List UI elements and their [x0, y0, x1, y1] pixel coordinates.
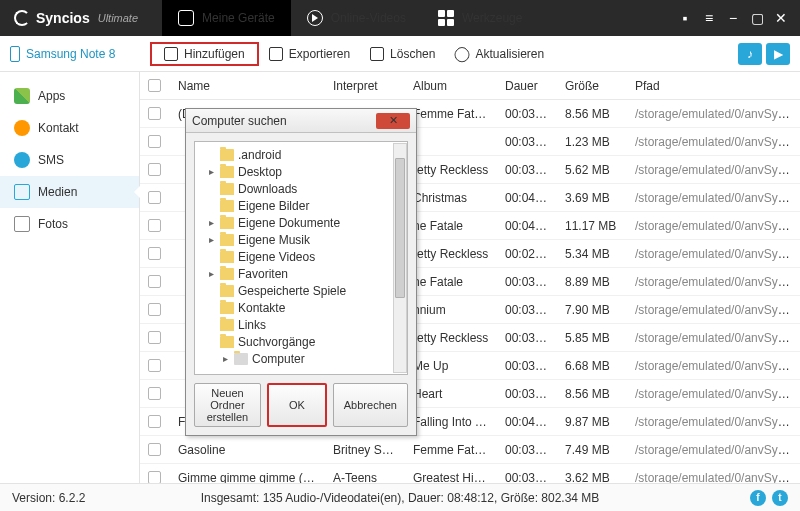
tab-online-videos[interactable]: Online-Videos — [291, 0, 422, 36]
sidebar-item-label: Fotos — [38, 217, 68, 231]
row-checkbox[interactable] — [148, 387, 161, 400]
col-interpret[interactable]: Interpret — [325, 79, 405, 93]
col-dauer[interactable]: Dauer — [497, 79, 557, 93]
expand-icon[interactable]: ▸ — [207, 234, 216, 245]
cell-pfad: /storage/emulated/0/anvSyncDr... — [627, 331, 800, 345]
select-all-checkbox[interactable] — [148, 79, 161, 92]
row-checkbox[interactable] — [148, 331, 161, 344]
music-view-button[interactable]: ♪ — [738, 43, 762, 65]
row-checkbox[interactable] — [148, 303, 161, 316]
folder-icon — [220, 234, 234, 246]
table-row[interactable]: Gimme gimme gimme (a man aft...A-TeensGr… — [140, 464, 800, 483]
row-checkbox[interactable] — [148, 415, 161, 428]
cell-groesse: 8.89 MB — [557, 275, 627, 289]
row-checkbox[interactable] — [148, 443, 161, 456]
main-tabs: Meine Geräte Online-Videos Werkzeuge — [162, 0, 538, 36]
add-label: Hinzufügen — [184, 47, 245, 61]
folder-icon — [220, 183, 234, 195]
tools-icon — [438, 10, 454, 26]
table-row[interactable]: GasolineBritney SpearsFemme Fatale00:03:… — [140, 436, 800, 464]
sidebar: Apps Kontakt SMS Medien Fotos — [0, 72, 140, 483]
cell-interpret: Britney Spears — [325, 443, 405, 457]
row-checkbox[interactable] — [148, 275, 161, 288]
cell-pfad: /storage/emulated/0/anvSyncDr... — [627, 275, 800, 289]
menu-icon[interactable]: ≡ — [702, 11, 716, 25]
row-checkbox[interactable] — [148, 471, 161, 483]
tree-item[interactable]: Kontakte — [199, 299, 403, 316]
maximize-button[interactable]: ▢ — [750, 11, 764, 25]
expand-icon[interactable]: ▸ — [207, 217, 216, 228]
titlebar: Syncios Ultimate Meine Geräte Online-Vid… — [0, 0, 800, 36]
scrollbar-thumb[interactable] — [395, 158, 405, 298]
cell-pfad: /storage/emulated/0/anvSyncDr... — [627, 387, 800, 401]
row-checkbox[interactable] — [148, 219, 161, 232]
expand-icon[interactable]: ▸ — [207, 268, 216, 279]
row-checkbox[interactable] — [148, 359, 161, 372]
device-selector[interactable]: Samsung Note 8 — [10, 46, 140, 62]
feedback-icon[interactable]: ▪ — [678, 11, 692, 25]
tree-item[interactable]: .android — [199, 146, 403, 163]
refresh-icon — [453, 44, 473, 64]
close-button[interactable]: ✕ — [774, 11, 788, 25]
add-button[interactable]: Hinzufügen — [150, 42, 259, 66]
sidebar-item-medien[interactable]: Medien — [0, 176, 139, 208]
status-bar: Version: 6.2.2 Insgesamt: 135 Audio-/Vid… — [0, 483, 800, 511]
sidebar-item-fotos[interactable]: Fotos — [0, 208, 139, 240]
refresh-button[interactable]: Aktualisieren — [445, 42, 554, 66]
row-checkbox[interactable] — [148, 135, 161, 148]
cell-dauer: 00:03:55 — [497, 471, 557, 484]
cell-pfad: /storage/emulated/0/anvSyncDr... — [627, 191, 800, 205]
new-folder-button[interactable]: Neuen Ordner erstellen — [194, 383, 261, 427]
facebook-icon[interactable]: f — [750, 490, 766, 506]
cell-dauer: 00:03:31 — [497, 359, 557, 373]
folder-icon — [220, 319, 234, 331]
tree-scrollbar[interactable] — [393, 143, 407, 373]
cell-dauer: 00:04:18 — [497, 415, 557, 429]
tab-tools[interactable]: Werkzeuge — [422, 0, 538, 36]
cell-dauer: 00:03:45 — [497, 275, 557, 289]
tree-item[interactable]: ▸Eigene Musik — [199, 231, 403, 248]
sidebar-item-label: Medien — [38, 185, 77, 199]
dialog-close-button[interactable]: ✕ — [376, 113, 410, 129]
folder-tree[interactable]: .android▸DesktopDownloadsEigene Bilder▸E… — [194, 141, 408, 375]
minimize-button[interactable]: − — [726, 11, 740, 25]
row-checkbox[interactable] — [148, 107, 161, 120]
cell-groesse: 5.62 MB — [557, 163, 627, 177]
delete-button[interactable]: Löschen — [360, 42, 445, 66]
ok-button[interactable]: OK — [267, 383, 327, 427]
col-pfad[interactable]: Pfad — [627, 79, 800, 93]
expand-icon[interactable]: ▸ — [221, 353, 230, 364]
toolbar: Samsung Note 8 Hinzufügen Exportieren Lö… — [0, 36, 800, 72]
tree-item[interactable]: ▸Favoriten — [199, 265, 403, 282]
tab-my-devices[interactable]: Meine Geräte — [162, 0, 291, 36]
tree-item[interactable]: Eigene Videos — [199, 248, 403, 265]
tree-item[interactable]: Suchvorgänge — [199, 333, 403, 350]
video-view-button[interactable]: ▶ — [766, 43, 790, 65]
dialog-titlebar[interactable]: Computer suchen ✕ — [186, 109, 416, 133]
sidebar-item-sms[interactable]: SMS — [0, 144, 139, 176]
tab-label: Meine Geräte — [202, 11, 275, 25]
export-button[interactable]: Exportieren — [259, 42, 360, 66]
expand-icon[interactable]: ▸ — [207, 166, 216, 177]
app-name: Syncios — [36, 10, 90, 26]
cancel-button[interactable]: Abbrechen — [333, 383, 408, 427]
tree-item[interactable]: Eigene Bilder — [199, 197, 403, 214]
sidebar-item-kontakt[interactable]: Kontakt — [0, 112, 139, 144]
tree-item[interactable]: Links — [199, 316, 403, 333]
row-checkbox[interactable] — [148, 247, 161, 260]
tree-item[interactable]: ▸Desktop — [199, 163, 403, 180]
col-name[interactable]: Name — [170, 79, 325, 93]
row-checkbox[interactable] — [148, 191, 161, 204]
col-groesse[interactable]: Größe — [557, 79, 627, 93]
tree-item[interactable]: ▸Computer — [199, 350, 403, 367]
twitter-icon[interactable]: t — [772, 490, 788, 506]
row-checkbox[interactable] — [148, 163, 161, 176]
tree-item[interactable]: Gespeicherte Spiele — [199, 282, 403, 299]
export-icon — [269, 47, 283, 61]
col-album[interactable]: Album — [405, 79, 497, 93]
tree-item[interactable]: Downloads — [199, 180, 403, 197]
tree-item[interactable]: ▸Eigene Dokumente — [199, 214, 403, 231]
sidebar-item-apps[interactable]: Apps — [0, 80, 139, 112]
export-label: Exportieren — [289, 47, 350, 61]
tree-item-label: Eigene Dokumente — [238, 216, 340, 230]
